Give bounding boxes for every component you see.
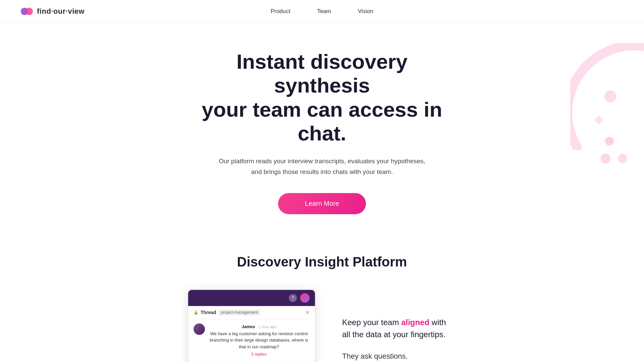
demo-row: ? 🔒 Thread project-management ✕ James bbox=[138, 290, 506, 362]
navbar: find·our·view Product Team Vision bbox=[0, 0, 644, 23]
msg-time-1: 1 hour ago bbox=[259, 325, 276, 329]
logo-link[interactable]: find·our·view bbox=[20, 5, 85, 18]
help-icon: ? bbox=[289, 294, 297, 302]
avatar-james-1 bbox=[194, 323, 205, 335]
close-button[interactable]: ✕ bbox=[305, 309, 310, 316]
nav-team[interactable]: Team bbox=[317, 8, 331, 14]
thread-label: 🔒 Thread project-management bbox=[194, 309, 261, 315]
logo-icon bbox=[20, 5, 34, 18]
section2-heading: Discovery Insight Platform bbox=[7, 254, 637, 269]
deco-dots-row2 bbox=[600, 154, 627, 164]
deco-dots-row1 bbox=[605, 137, 614, 145]
demo-text-aligned: Keep your team aligned with all the data… bbox=[342, 316, 456, 341]
thread-title-bar: 🔒 Thread project-management ✕ bbox=[188, 306, 315, 319]
replies-count-1[interactable]: 5 replies bbox=[208, 352, 310, 357]
nav-links: Product Team Vision bbox=[271, 8, 373, 15]
demo-text-block: Keep your team aligned with all the data… bbox=[342, 290, 456, 362]
nav-vision[interactable]: Vision bbox=[358, 8, 373, 14]
discovery-section: Discovery Insight Platform ? 🔒 Thread pr… bbox=[0, 234, 644, 362]
learn-more-button[interactable]: Learn More bbox=[278, 193, 366, 214]
lock-icon: 🔒 bbox=[194, 310, 199, 315]
msg-text-1: We have a big customer asking for revisi… bbox=[208, 330, 310, 350]
message-content-1: James 1 hour ago We have a big customer … bbox=[208, 323, 310, 357]
msg-name-1: James bbox=[241, 324, 255, 329]
nav-product[interactable]: Product bbox=[271, 8, 290, 14]
thread-channel-tag: project-management bbox=[218, 309, 261, 315]
hero-section: Instant discovery synthesis your team ca… bbox=[0, 23, 644, 234]
chat-card: ? 🔒 Thread project-management ✕ James bbox=[188, 290, 315, 362]
demo-text-secondary: They ask questions. bbox=[342, 351, 456, 362]
hero-headline: Instant discovery synthesis your team ca… bbox=[188, 50, 456, 145]
chat-header-bar: ? bbox=[188, 290, 315, 306]
message-row: James 1 hour ago We have a big customer … bbox=[188, 319, 315, 361]
svg-point-2 bbox=[604, 90, 616, 103]
hero-subtext: Our platform reads your interview transc… bbox=[215, 156, 429, 177]
svg-point-1 bbox=[25, 8, 33, 15]
logo-text: find·our·view bbox=[37, 7, 85, 16]
user-avatar bbox=[300, 293, 310, 303]
chat-body: James 1 hour ago We have a big customer … bbox=[188, 319, 315, 362]
svg-point-3 bbox=[595, 116, 602, 124]
deco-arc bbox=[570, 43, 644, 150]
